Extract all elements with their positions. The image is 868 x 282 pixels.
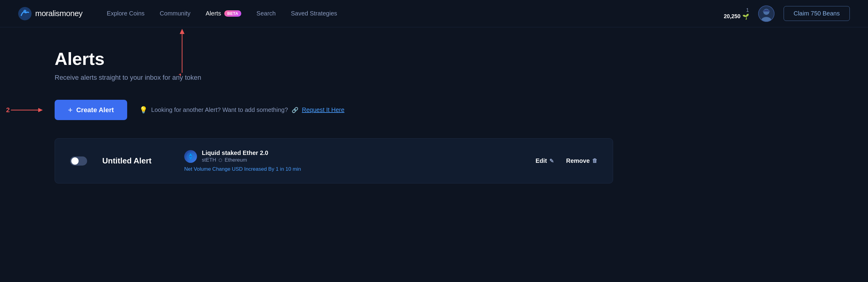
claim-beans-button[interactable]: Claim 750 Beans: [784, 6, 850, 21]
logo[interactable]: moralismoney: [18, 7, 83, 20]
alert-name: Untitled Alert: [102, 156, 169, 166]
nav-explore[interactable]: Explore Coins: [107, 10, 145, 17]
nav-search[interactable]: Search: [256, 10, 276, 17]
alert-toggle[interactable]: [70, 156, 87, 166]
action-row: + Create Alert 💡 Looking for another Ale…: [55, 100, 613, 120]
toggle-knob: [71, 157, 79, 165]
bean-icon: 🌱: [742, 13, 749, 20]
nav-links: Explore Coins Community Alerts BETA Sear…: [107, 10, 724, 17]
nav-saved-strategies[interactable]: Saved Strategies: [291, 10, 337, 17]
link-icon: 🔗: [292, 107, 298, 113]
page-title: Alerts: [55, 48, 613, 69]
token-symbol: stETH: [202, 157, 216, 163]
svg-text:1: 1: [179, 72, 182, 76]
nav-alerts-wrapper: Alerts BETA: [206, 10, 242, 17]
alert-token-info: Liquid staked Ether 2.0 stETH ⬡ Ethereum…: [184, 149, 520, 172]
svg-point-1: [23, 10, 26, 13]
edit-label: Edit: [535, 157, 547, 164]
edit-icon: ✎: [549, 158, 554, 164]
navbar: moralismoney Explore Coins Community Ale…: [0, 0, 868, 27]
user-avatar[interactable]: [758, 5, 775, 22]
token-name-group: Liquid staked Ether 2.0 stETH ⬡ Ethereum: [202, 149, 268, 163]
alert-condition: Net Volume Change USD Increased By 1 in …: [184, 166, 520, 172]
plus-icon: +: [68, 105, 72, 115]
page-subtitle: Receive alerts straight to your inbox fo…: [55, 74, 613, 81]
nav-alerts[interactable]: Alerts: [206, 10, 221, 17]
beta-badge: BETA: [224, 10, 241, 17]
create-alert-label: Create Alert: [76, 106, 114, 114]
alert-actions: Edit ✎ Remove 🗑: [535, 157, 597, 164]
action-area: 2 + Create Alert 💡 Looking for another A…: [55, 100, 613, 120]
annotation-2-arrow: [11, 106, 44, 114]
notification-count: 1: [746, 7, 749, 13]
beans-count: 20,250: [724, 13, 741, 20]
remove-label: Remove: [566, 157, 590, 164]
svg-marker-7: [180, 29, 185, 34]
lightbulb-icon: 💡: [139, 106, 148, 114]
svg-marker-10: [38, 108, 43, 112]
token-full-name: Liquid staked Ether 2.0: [202, 149, 268, 156]
remove-button[interactable]: Remove 🗑: [566, 157, 597, 164]
svg-point-0: [18, 7, 32, 20]
trash-icon: 🗑: [592, 158, 597, 164]
brand-name: moralismoney: [35, 9, 83, 18]
edit-button[interactable]: Edit ✎: [535, 157, 554, 164]
nav-right: 1 20,250 🌱 Claim 750 Beans: [724, 5, 850, 22]
create-alert-button[interactable]: + Create Alert: [55, 100, 127, 120]
annotation-2: 2: [6, 106, 44, 114]
nav-arrow-svg: 1: [164, 27, 200, 76]
nav-community[interactable]: Community: [160, 10, 190, 17]
request-text-area: 💡 Looking for another Alert? Want to add…: [139, 106, 344, 114]
eth-icon: ⬡: [219, 158, 222, 163]
request-link[interactable]: Request It Here: [302, 106, 344, 113]
request-prompt: Looking for another Alert? Want to add s…: [151, 106, 288, 113]
main-content: Alerts Receive alerts straight to your i…: [0, 27, 668, 205]
token-symbol-chain: stETH ⬡ Ethereum: [202, 157, 268, 163]
token-header: Liquid staked Ether 2.0 stETH ⬡ Ethereum: [184, 149, 520, 163]
alert-card: Untitled Alert Liquid staked Ether 2.0 s…: [55, 138, 613, 183]
beans-counter: 1 20,250 🌱: [724, 7, 749, 20]
token-chain: Ethereum: [225, 157, 247, 163]
annotation-2-number: 2: [6, 106, 10, 114]
token-logo: [184, 150, 197, 163]
